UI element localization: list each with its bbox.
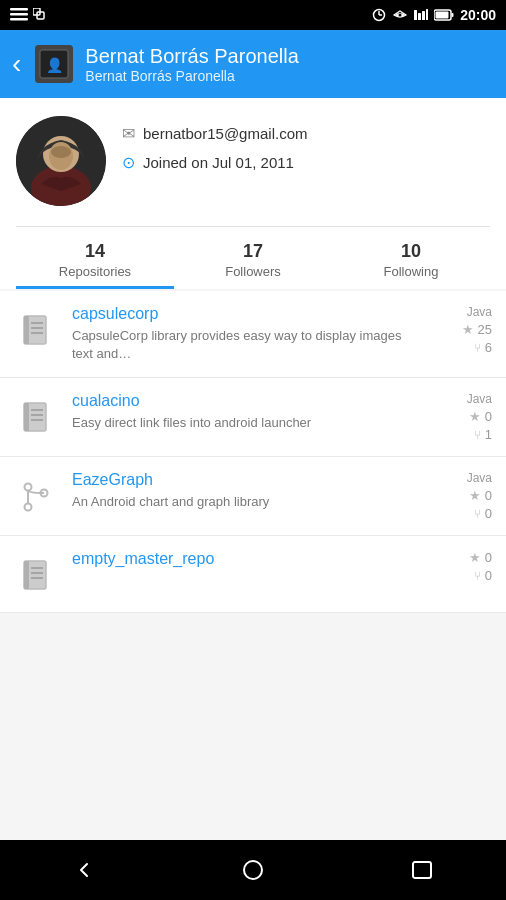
svg-rect-44: [413, 862, 431, 878]
repo-content: EazeGraphAn Android chart and graph libr…: [72, 471, 423, 511]
svg-point-23: [51, 146, 71, 158]
profile-section: ✉ bernatbor15@gmail.com ⊙ Joined on Jul …: [0, 98, 506, 289]
repo-meta: Java★0⑂0: [437, 471, 492, 521]
repo-icon: [14, 309, 58, 353]
clock-icon: ⊙: [122, 153, 135, 172]
email-text: bernatbor15@gmail.com: [143, 125, 307, 142]
svg-point-43: [244, 861, 262, 879]
repo-icon: [14, 396, 58, 440]
star-icon: ★: [462, 322, 474, 337]
stat-repositories[interactable]: 14 Repositories: [16, 227, 174, 289]
star-icon: ★: [469, 409, 481, 424]
repo-description: CapsuleCorp library provides easy way to…: [72, 327, 423, 363]
repo-forks: ⑂0: [474, 568, 492, 583]
fork-icon: ⑂: [474, 507, 481, 521]
status-bar: 20:00: [0, 0, 506, 30]
nav-home-button[interactable]: [233, 850, 273, 890]
back-button[interactable]: ‹: [12, 48, 21, 80]
repo-label: Repositories: [59, 264, 131, 279]
svg-point-34: [25, 484, 32, 491]
star-count: 0: [485, 488, 492, 503]
fork-count: 1: [485, 427, 492, 442]
star-icon: ★: [469, 488, 481, 503]
svg-rect-25: [24, 316, 29, 344]
svg-point-8: [399, 14, 402, 17]
repo-name: capsulecorp: [72, 305, 423, 323]
nav-back-button[interactable]: [64, 850, 104, 890]
header-avatar: 👤: [35, 45, 73, 83]
profile-info: ✉ bernatbor15@gmail.com ⊙ Joined on Jul …: [16, 116, 490, 220]
fork-icon: ⑂: [474, 341, 481, 355]
following-count: 10: [401, 241, 421, 262]
profile-joined: ⊙ Joined on Jul 01, 2011: [122, 153, 307, 172]
svg-point-35: [25, 504, 32, 511]
repo-item[interactable]: capsulecorpCapsuleCorp library provides …: [0, 291, 506, 378]
repo-meta: Java★0⑂1: [437, 392, 492, 442]
nav-recent-button[interactable]: [402, 850, 442, 890]
followers-label: Followers: [225, 264, 281, 279]
app-header: ‹ 👤 Bernat Borrás Paronella Bernat Borrá…: [0, 30, 506, 98]
profile-avatar: [16, 116, 106, 206]
fork-icon: ⑂: [474, 428, 481, 442]
svg-rect-1: [10, 13, 28, 16]
header-subtitle: Bernat Borrás Paronella: [85, 68, 298, 84]
repo-forks: ⑂6: [474, 340, 492, 355]
repo-meta: ★0⑂0: [437, 550, 492, 583]
repo-icon: [14, 475, 58, 519]
repo-item[interactable]: empty_master_repo★0⑂0: [0, 536, 506, 613]
svg-rect-30: [24, 403, 29, 431]
svg-rect-12: [426, 9, 428, 20]
svg-rect-14: [452, 13, 454, 17]
fork-icon: ⑂: [474, 569, 481, 583]
svg-rect-0: [10, 8, 28, 11]
status-right-icons: 20:00: [372, 7, 496, 23]
star-count: 25: [478, 322, 492, 337]
repo-language: Java: [467, 471, 492, 485]
repo-item[interactable]: cualacinoEasy direct link files into and…: [0, 378, 506, 457]
profile-details: ✉ bernatbor15@gmail.com ⊙ Joined on Jul …: [122, 116, 307, 172]
repo-description: Easy direct link files into android laun…: [72, 414, 423, 432]
fork-count: 0: [485, 568, 492, 583]
repo-name: cualacino: [72, 392, 423, 410]
profile-email: ✉ bernatbor15@gmail.com: [122, 124, 307, 143]
repo-item[interactable]: EazeGraphAn Android chart and graph libr…: [0, 457, 506, 536]
repo-content: empty_master_repo: [72, 550, 423, 572]
stat-followers[interactable]: 17 Followers: [174, 227, 332, 289]
star-count: 0: [485, 409, 492, 424]
email-icon: ✉: [122, 124, 135, 143]
svg-rect-39: [24, 561, 29, 589]
fork-count: 0: [485, 506, 492, 521]
header-text: Bernat Borrás Paronella Bernat Borrás Pa…: [85, 44, 298, 84]
repo-icon: [14, 554, 58, 598]
star-icon: ★: [469, 550, 481, 565]
repo-meta: Java★25⑂6: [437, 305, 492, 355]
followers-count: 17: [243, 241, 263, 262]
repo-content: cualacinoEasy direct link files into and…: [72, 392, 423, 432]
svg-rect-15: [436, 12, 449, 19]
repo-language: Java: [467, 392, 492, 406]
repo-forks: ⑂1: [474, 427, 492, 442]
svg-rect-9: [414, 10, 417, 20]
joined-text: Joined on Jul 01, 2011: [143, 154, 294, 171]
repo-forks: ⑂0: [474, 506, 492, 521]
star-count: 0: [485, 550, 492, 565]
header-title: Bernat Borrás Paronella: [85, 44, 298, 68]
repo-stars: ★0: [469, 488, 492, 503]
repo-name: EazeGraph: [72, 471, 423, 489]
repo-count: 14: [85, 241, 105, 262]
svg-rect-11: [422, 11, 425, 20]
following-label: Following: [384, 264, 439, 279]
stat-following[interactable]: 10 Following: [332, 227, 490, 289]
status-left-icons: [10, 8, 49, 22]
repo-content: capsulecorpCapsuleCorp library provides …: [72, 305, 423, 363]
bottom-navigation: [0, 840, 506, 900]
repository-list: capsulecorpCapsuleCorp library provides …: [0, 291, 506, 613]
svg-rect-10: [418, 13, 421, 20]
repo-stars: ★25: [462, 322, 492, 337]
stats-row: 14 Repositories 17 Followers 10 Followin…: [16, 226, 490, 289]
repo-language: Java: [467, 305, 492, 319]
repo-stars: ★0: [469, 409, 492, 424]
status-time: 20:00: [460, 7, 496, 23]
fork-count: 6: [485, 340, 492, 355]
repo-description: An Android chart and graph library: [72, 493, 423, 511]
